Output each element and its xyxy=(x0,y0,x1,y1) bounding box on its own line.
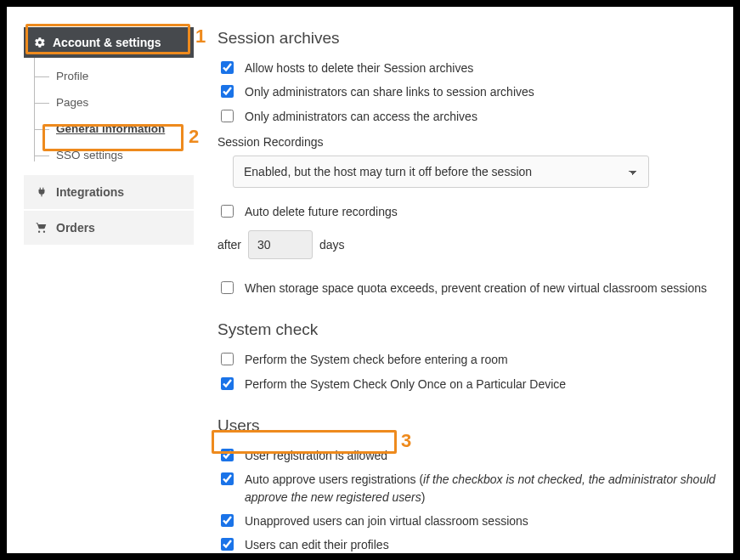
row-syscheck-before: Perform the System check before entering… xyxy=(217,348,716,371)
sidebar-item-pages[interactable]: Pages xyxy=(44,89,194,116)
sidebar-item-label: General information xyxy=(56,122,165,135)
checkbox-only-admin-access[interactable] xyxy=(221,110,234,122)
row-edit-profiles: Users can edit their profiles xyxy=(217,533,716,557)
checkbox-syscheck-once[interactable] xyxy=(221,377,234,390)
sidebar-item-label: Integrations xyxy=(56,185,124,199)
label-storage-quota: When storage space quota exceeds, preven… xyxy=(245,280,707,297)
checkbox-edit-profiles[interactable] xyxy=(221,538,234,551)
plug-icon xyxy=(36,186,48,198)
app-frame: Account & settings Profile Pages General… xyxy=(0,0,740,560)
row-auto-approve: Auto approve users registrations (if the… xyxy=(217,467,716,509)
section-title-users: Users xyxy=(217,416,716,435)
select-session-recordings[interactable]: Enabled, but the host may turn it off be… xyxy=(233,156,649,188)
label-syscheck-once: Perform the System Check Only Once on a … xyxy=(245,376,566,393)
sidebar-item-label: SSO settings xyxy=(56,149,123,161)
row-unapproved-join: Unapproved users can join virtual classr… xyxy=(217,509,716,533)
label-allow-delete: Allow hosts to delete their Session arch… xyxy=(245,59,473,76)
input-days[interactable] xyxy=(248,230,313,259)
section-title-system-check: System check xyxy=(217,320,716,339)
row-allow-delete: Allow hosts to delete their Session arch… xyxy=(217,56,716,80)
label-session-recordings: Session Recordings xyxy=(217,135,716,149)
row-storage-quota: When storage space quota exceeds, preven… xyxy=(217,276,716,300)
sidebar-item-label: Orders xyxy=(56,221,95,235)
checkbox-auto-approve[interactable] xyxy=(221,472,234,485)
label-edit-profiles: Users can edit their profiles xyxy=(245,536,389,553)
label-days: days xyxy=(319,238,345,252)
sidebar-tree: Profile Pages General information SSO se… xyxy=(24,58,194,173)
sidebar-item-general-information[interactable]: General information xyxy=(44,116,194,142)
main-content: Session archives Allow hosts to delete t… xyxy=(194,27,716,536)
label-only-admin-access: Only administrators can access the archi… xyxy=(245,108,477,125)
label-syscheck-before: Perform the System check before entering… xyxy=(245,351,508,368)
checkbox-unapproved-join[interactable] xyxy=(221,514,234,527)
row-only-admin-access: Only administrators can access the archi… xyxy=(217,105,716,128)
sidebar-item-profile[interactable]: Profile xyxy=(44,63,194,89)
checkbox-syscheck-before[interactable] xyxy=(221,353,234,365)
gear-icon xyxy=(34,37,46,48)
checkbox-user-registration[interactable] xyxy=(221,449,234,461)
content-container: Account & settings Profile Pages General… xyxy=(7,7,733,553)
checkbox-only-admin-share[interactable] xyxy=(221,85,234,98)
checkbox-allow-delete[interactable] xyxy=(221,61,234,74)
row-user-registration: User registration is allowed xyxy=(217,444,716,467)
sidebar-item-sso-settings[interactable]: SSO settings xyxy=(44,142,194,168)
checkbox-auto-delete[interactable] xyxy=(221,205,234,218)
label-auto-approve: Auto approve users registrations (if the… xyxy=(245,471,716,506)
cart-icon xyxy=(36,222,48,234)
checkbox-storage-quota[interactable] xyxy=(221,281,234,294)
sidebar-item-integrations[interactable]: Integrations xyxy=(24,175,194,209)
label-only-admin-share: Only administrators can share links to s… xyxy=(245,83,534,100)
section-title-session-archives: Session archives xyxy=(217,29,716,48)
row-syscheck-once: Perform the System Check Only Once on a … xyxy=(217,372,716,396)
sidebar-item-orders[interactable]: Orders xyxy=(24,211,194,245)
label-after: after xyxy=(217,238,241,252)
sidebar-header-label: Account & settings xyxy=(53,36,161,49)
sidebar-item-label: Pages xyxy=(56,96,88,109)
sidebar-item-account-settings[interactable]: Account & settings xyxy=(24,27,194,58)
row-auto-delete: Auto delete future recordings xyxy=(217,200,716,223)
row-only-admin-share: Only administrators can share links to s… xyxy=(217,80,716,104)
row-after-days: after days xyxy=(217,230,716,259)
label-auto-delete: Auto delete future recordings xyxy=(245,203,398,220)
sidebar-item-label: Profile xyxy=(56,70,88,82)
sidebar: Account & settings Profile Pages General… xyxy=(24,27,194,536)
label-unapproved-join: Unapproved users can join virtual classr… xyxy=(245,512,528,529)
label-user-registration: User registration is allowed xyxy=(245,447,387,464)
